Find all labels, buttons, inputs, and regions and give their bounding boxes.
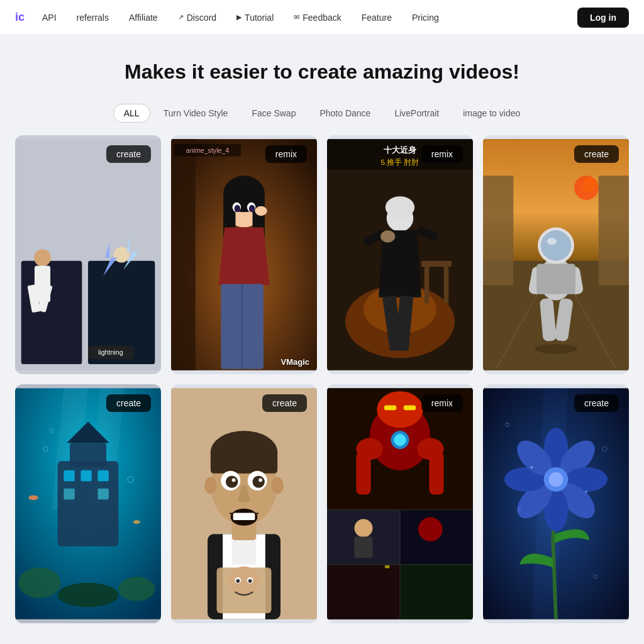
svg-point-54 <box>541 230 571 260</box>
svg-point-31 <box>386 196 414 218</box>
svg-rect-119 <box>327 565 400 619</box>
card-6-create-btn[interactable]: create <box>262 394 307 412</box>
svg-point-74 <box>28 495 38 500</box>
svg-rect-64 <box>70 443 106 467</box>
svg-point-19 <box>235 205 241 213</box>
nav-tutorial[interactable]: ▶ Tutorial <box>229 9 281 26</box>
card-6: create <box>171 384 317 623</box>
card-5-create-btn[interactable]: create <box>106 394 151 412</box>
card-4: create <box>483 135 629 374</box>
navbar: ic API referrals Affiliate ↗ Discord ▶ T… <box>0 0 644 35</box>
card-2-remix-btn[interactable]: remix <box>265 145 307 163</box>
svg-point-21 <box>255 206 267 216</box>
svg-point-102 <box>236 579 240 583</box>
svg-point-95 <box>258 478 262 482</box>
svg-rect-69 <box>64 489 74 499</box>
svg-point-123 <box>418 517 443 541</box>
svg-rect-40 <box>421 261 452 267</box>
svg-point-2 <box>34 249 51 266</box>
svg-point-61 <box>535 344 577 353</box>
svg-rect-116 <box>429 452 443 495</box>
card-3: 十大近身 5.推手 肘肘 remix <box>327 135 473 374</box>
svg-point-145 <box>585 491 587 493</box>
hero-section: Makes it easier to create amazing videos… <box>0 35 644 99</box>
card-5: create <box>15 384 161 623</box>
svg-point-94 <box>232 478 236 482</box>
nav-referrals[interactable]: referrals <box>69 9 116 26</box>
filter-tab-all[interactable]: ALL <box>113 104 150 123</box>
svg-rect-60 <box>536 264 575 294</box>
svg-text:十大近身: 十大近身 <box>384 145 417 155</box>
svg-point-51 <box>582 177 597 192</box>
nav-api[interactable]: API <box>35 9 64 26</box>
filter-tab-image-to-video[interactable]: image to video <box>452 104 531 123</box>
svg-rect-122 <box>355 536 373 558</box>
svg-point-73 <box>58 583 119 608</box>
filter-tab-photo-dance[interactable]: Photo Dance <box>309 104 381 123</box>
svg-point-71 <box>18 568 61 598</box>
filter-tab-liveportrait[interactable]: LivePortrait <box>384 104 450 123</box>
svg-rect-12 <box>171 139 196 370</box>
card-7-remix-btn[interactable]: remix <box>421 394 463 412</box>
svg-rect-115 <box>356 452 370 495</box>
svg-rect-70 <box>97 489 108 499</box>
svg-point-55 <box>547 238 557 245</box>
login-button[interactable]: Log in <box>577 8 629 28</box>
svg-rect-1 <box>21 261 82 364</box>
svg-point-72 <box>118 577 155 601</box>
card-8-create-btn[interactable]: create <box>574 394 619 412</box>
svg-point-103 <box>248 579 252 583</box>
svg-rect-120 <box>400 565 473 619</box>
svg-rect-67 <box>80 470 91 481</box>
svg-point-144 <box>530 466 533 469</box>
nav-logo: ic <box>15 11 25 24</box>
svg-rect-41 <box>425 267 430 303</box>
svg-text:lightning: lightning <box>98 349 123 357</box>
card-1: lightning create <box>15 135 161 374</box>
card-1-create-btn[interactable]: create <box>106 145 151 163</box>
svg-rect-42 <box>444 267 449 303</box>
svg-point-139 <box>548 472 563 487</box>
svg-point-99 <box>229 567 259 597</box>
nav-pricing[interactable]: Pricing <box>404 9 447 26</box>
svg-point-20 <box>249 205 255 213</box>
svg-point-92 <box>226 476 238 488</box>
filter-tab-turn-video-style[interactable]: Turn Video Style <box>153 104 239 123</box>
svg-rect-66 <box>64 470 74 481</box>
svg-point-34 <box>380 230 395 242</box>
svg-point-121 <box>355 519 373 537</box>
nav-affiliate[interactable]: Affiliate <box>121 9 165 26</box>
card-2-watermark: VMagic <box>280 357 309 367</box>
nav-feedback[interactable]: ✉ Feedback <box>286 9 348 26</box>
card-8: create <box>483 384 629 623</box>
card-7: remix <box>327 384 473 623</box>
card-3-remix-btn[interactable]: remix <box>421 145 463 163</box>
svg-rect-48 <box>483 175 513 285</box>
card-4-create-btn[interactable]: create <box>574 145 619 163</box>
svg-point-93 <box>253 476 265 488</box>
svg-text:5.推手 肘肘: 5.推手 肘肘 <box>381 158 419 166</box>
svg-point-89 <box>272 477 284 494</box>
svg-point-7 <box>114 247 130 262</box>
filter-tab-face-swap[interactable]: Face Swap <box>241 104 306 123</box>
svg-point-88 <box>204 477 216 494</box>
svg-rect-112 <box>404 405 416 410</box>
nav-feature[interactable]: Feature <box>354 9 399 26</box>
filter-bar: ALL Turn Video Style Face Swap Photo Dan… <box>0 99 644 135</box>
svg-rect-97 <box>233 513 255 521</box>
hero-title: Makes it easier to create amazing videos… <box>15 60 629 84</box>
svg-rect-49 <box>599 175 629 285</box>
svg-point-75 <box>133 520 141 524</box>
svg-rect-111 <box>384 405 396 410</box>
svg-text:anime_style_4: anime_style_4 <box>186 147 230 154</box>
svg-point-108 <box>394 434 406 446</box>
nav-discord[interactable]: ↗ Discord <box>170 9 224 26</box>
svg-rect-87 <box>211 449 277 474</box>
card-2: anime_style_4 VMagic remix <box>171 135 317 374</box>
card-grid: lightning create <box>0 135 644 644</box>
svg-rect-124 <box>385 565 390 569</box>
svg-rect-68 <box>97 470 108 481</box>
